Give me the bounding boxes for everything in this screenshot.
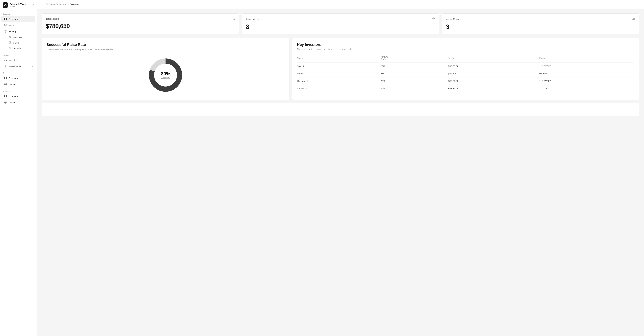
- svg-rect-28: [634, 18, 635, 20]
- sidebar-item-general-label: General: [13, 47, 21, 50]
- sidebar-item-ventures-create-label: Create: [9, 101, 16, 104]
- company-chevron-icon: ⌃: [32, 4, 34, 6]
- sidebar-item-profile[interactable]: Profile: [1, 40, 36, 46]
- breadcrumb-root[interactable]: Business Dashboard: [46, 3, 66, 6]
- company-status: Active: [10, 5, 26, 8]
- svg-point-11: [10, 48, 10, 49]
- donut-center: 80% Successful: [161, 71, 170, 79]
- svg-rect-5: [4, 24, 7, 26]
- investor-name: Sepehr N.: [297, 85, 378, 92]
- sidebar-item-general[interactable]: General: [1, 46, 36, 51]
- sidebar-item-inbox[interactable]: Inbox: [1, 22, 36, 28]
- chart-icon: [632, 17, 635, 21]
- dollar-icon: $: [233, 17, 235, 20]
- svg-rect-1: [4, 18, 5, 19]
- investor-expiry: 11/10/2027: [537, 77, 634, 85]
- section-ventures: Ventures: [0, 88, 37, 93]
- third-section-card: [42, 103, 639, 116]
- sidebar-item-ventures-overview[interactable]: Overview: [1, 93, 36, 99]
- svg-rect-19: [6, 95, 7, 96]
- raise-rate-subtitle: How many of the rounds you attempted to …: [46, 48, 284, 51]
- sidebar-toggle-icon[interactable]: [41, 3, 44, 6]
- investor-name: Hussam H.: [297, 77, 378, 85]
- svg-rect-15: [4, 78, 5, 79]
- inbox-icon: [4, 24, 7, 27]
- investor-stake: 25%: [378, 85, 446, 92]
- members-icon: [9, 36, 12, 39]
- investors-title: Key Investors: [297, 43, 634, 47]
- breadcrumb-current: Overview: [70, 3, 79, 6]
- svg-rect-4: [6, 19, 7, 20]
- company-header[interactable]: Salman & Yak... Active ⌃: [0, 0, 37, 10]
- svg-rect-26: [632, 19, 633, 20]
- sidebar-item-settings-label: Settings: [9, 30, 17, 33]
- content-area: Total Raised $ $780,650 Active Ventures …: [37, 9, 644, 336]
- svg-rect-21: [6, 96, 7, 97]
- diamond-icon: [432, 17, 435, 21]
- donut-percentage: 80%: [161, 71, 170, 76]
- sidebar-item-overview[interactable]: Overview: [1, 16, 36, 22]
- svg-point-12: [5, 59, 6, 60]
- sidebar-item-members[interactable]: Members: [1, 35, 36, 40]
- overview-icon: [4, 18, 7, 21]
- donut-chart-container: 80% Successful: [46, 55, 284, 95]
- raise-rate-title: Successful Raise Rate: [46, 43, 284, 47]
- sidebar-item-rounds-overview[interactable]: Overview: [1, 75, 36, 81]
- svg-point-10: [10, 42, 10, 43]
- sidebar-item-investors[interactable]: Investors: [1, 57, 36, 63]
- sidebar-item-investments-label: Investments: [9, 65, 21, 68]
- settings-chevron-icon: ∨: [31, 30, 33, 33]
- sidebar-item-rounds-overview-label: Overview: [9, 77, 18, 79]
- profile-icon: [9, 42, 12, 44]
- donut-chart: 80% Successful: [147, 57, 184, 94]
- section-rounds: Rounds: [0, 69, 37, 75]
- active-ventures-label: Active Ventures: [246, 18, 262, 21]
- donut-label: Successful: [161, 77, 170, 79]
- investments-chevron-icon: ›: [32, 65, 33, 67]
- sidebar-item-investments[interactable]: Investments ›: [1, 63, 36, 69]
- investor-name: Feras T.: [297, 70, 378, 77]
- table-row: Saad A. 25% $US 35.5k 11/10/2027: [297, 63, 634, 70]
- svg-point-8: [10, 36, 11, 37]
- raise-rate-card: Successful Raise Rate How many of the ro…: [42, 38, 290, 100]
- investor-stake: 25%: [378, 77, 446, 85]
- svg-rect-27: [633, 18, 634, 20]
- breadcrumb: Business Dashboard › Overview: [46, 3, 79, 6]
- col-expiry: Expiry: [537, 54, 634, 63]
- investor-buyin: $US 12k: [446, 70, 537, 77]
- stat-card-active-ventures: Active Ventures 8: [242, 14, 439, 34]
- topbar: Business Dashboard › Overview: [37, 0, 644, 9]
- investors-table: Name VentureStake Buy In Expiry Saad A. …: [297, 54, 634, 92]
- breadcrumb-separator: ›: [68, 3, 69, 6]
- investments-icon: [4, 65, 7, 68]
- table-row: Hussam H. 25% $US 35.5k 11/10/2027: [297, 77, 634, 85]
- investor-expiry: 11/10/2027: [537, 63, 634, 70]
- settings-icon: [4, 30, 7, 33]
- total-raised-value: $780,650: [46, 23, 235, 30]
- investor-name: Saad A.: [297, 63, 378, 70]
- investor-buyin: $US 35.5k: [446, 85, 537, 92]
- section-funding: Funding: [0, 51, 37, 57]
- total-raised-label: Total Raised: [46, 18, 59, 20]
- svg-rect-0: [5, 5, 6, 6]
- bottom-section: Successful Raise Rate How many of the ro…: [42, 38, 639, 100]
- sidebar-item-investors-label: Investors: [9, 59, 18, 61]
- investors-icon: [4, 59, 7, 62]
- ventures-create-icon: [4, 101, 7, 104]
- company-name: Salman & Yak...: [10, 3, 26, 5]
- sidebar-item-settings[interactable]: Settings ∨: [1, 29, 36, 35]
- main-content: Business Dashboard › Overview Total Rais…: [37, 0, 644, 336]
- svg-point-7: [10, 36, 10, 37]
- sidebar: Salman & Yak... Active ⌃ Business Overvi…: [0, 0, 37, 336]
- sidebar-item-ventures-create[interactable]: Create: [1, 100, 36, 105]
- sidebar-item-ventures-overview-label: Overview: [9, 95, 18, 98]
- svg-rect-20: [4, 96, 5, 97]
- stat-card-total-raised: Total Raised $ $780,650: [42, 14, 239, 34]
- sidebar-item-profile-label: Profile: [13, 42, 19, 44]
- investor-expiry: 11/10/2027: [537, 85, 634, 92]
- sidebar-item-rounds-create-label: Create: [9, 83, 16, 86]
- active-rounds-value: 3: [446, 23, 635, 30]
- sidebar-item-rounds-create[interactable]: Create: [1, 81, 36, 87]
- rounds-create-icon: [4, 83, 7, 86]
- investor-expiry: 02/23/20...: [537, 70, 634, 77]
